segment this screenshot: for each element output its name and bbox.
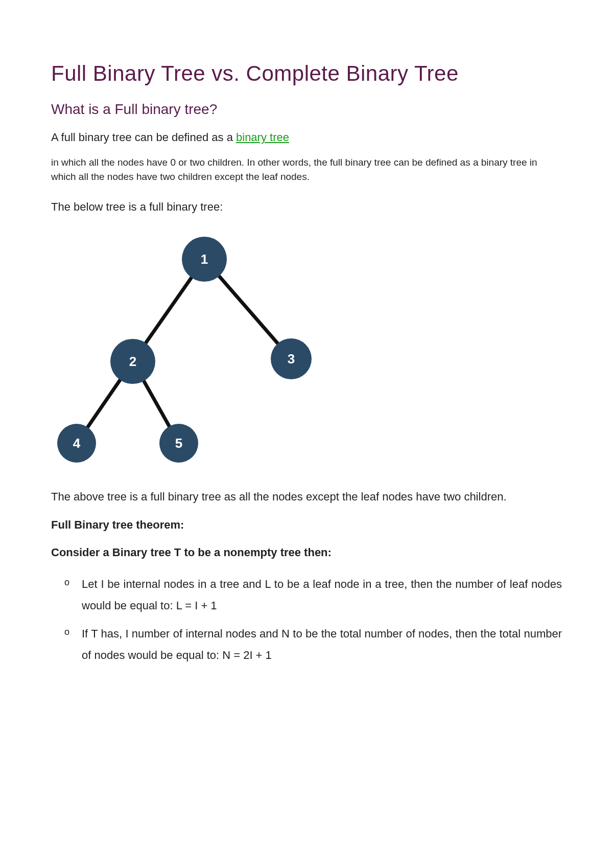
theorem-list: Let I be internal nodes in a tree and L … <box>51 574 562 666</box>
binary-tree-link[interactable]: binary tree <box>236 131 289 144</box>
theorem-heading: Full Binary tree theorem: <box>51 518 562 532</box>
intro-paragraph: A full binary tree can be defined as a b… <box>51 131 562 144</box>
tree-diagram: 12345 <box>51 229 562 469</box>
tree-node-label: 1 <box>201 252 208 267</box>
page-title: Full Binary Tree vs. Complete Binary Tre… <box>51 61 562 86</box>
diagram-caption-above: The below tree is a full binary tree: <box>51 199 562 215</box>
list-item: Let I be internal nodes in a tree and L … <box>82 574 562 616</box>
tree-node-label: 2 <box>129 354 136 369</box>
intro-text-pre: A full binary tree can be defined as a <box>51 131 236 144</box>
tree-node-label: 3 <box>288 351 295 367</box>
definition-paragraph: in which all the nodes have 0 or two chi… <box>51 155 562 184</box>
tree-svg: 12345 <box>51 229 337 469</box>
tree-node-label: 5 <box>175 436 182 451</box>
tree-node-label: 4 <box>73 436 81 451</box>
list-item: If T has, I number of internal nodes and… <box>82 623 562 666</box>
section-heading: What is a Full binary tree? <box>51 101 562 118</box>
theorem-consider: Consider a Binary tree T to be a nonempt… <box>51 546 562 559</box>
diagram-caption-below: The above tree is a full binary tree as … <box>51 489 562 505</box>
